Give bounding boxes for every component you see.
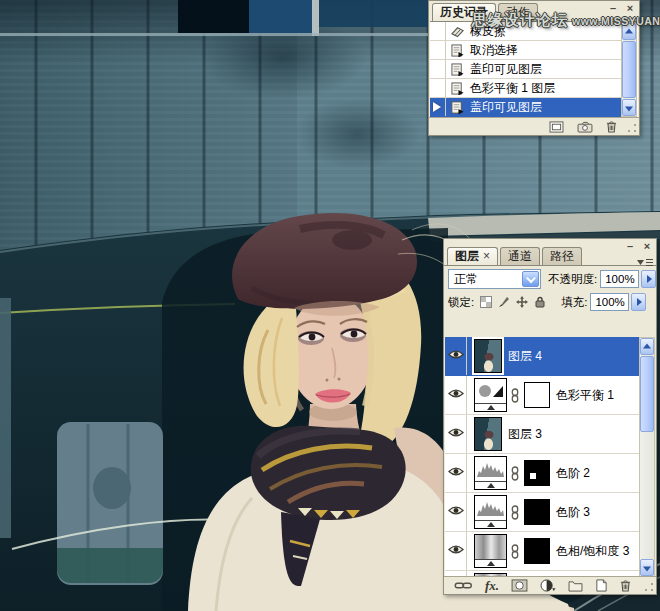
- eye-icon: [448, 544, 464, 558]
- lock-transparency-icon[interactable]: [479, 296, 493, 309]
- layer-style-icon[interactable]: fx.: [485, 581, 499, 591]
- scroll-up-icon[interactable]: [622, 23, 636, 40]
- link-layers-icon[interactable]: [454, 580, 473, 591]
- layer-row[interactable]: 色阶 2: [445, 454, 639, 493]
- history-scrollbar[interactable]: [621, 22, 637, 117]
- visibility-toggle[interactable]: [445, 337, 467, 375]
- history-item-label: 盖印可见图层: [470, 61, 542, 78]
- layer-name: 图层 4: [508, 348, 542, 365]
- visibility-toggle[interactable]: [445, 454, 467, 492]
- blend-mode-value: 正常: [454, 271, 478, 288]
- close-button[interactable]: ×: [624, 3, 636, 15]
- lock-buttons: [479, 296, 547, 309]
- tab-close-icon[interactable]: ×: [483, 249, 490, 263]
- visibility-toggle[interactable]: [445, 415, 467, 453]
- history-brush-well[interactable]: [430, 41, 446, 59]
- history-panel-header: 历史记录动作 – ×: [429, 1, 639, 21]
- blend-mode-select[interactable]: 正常: [448, 269, 541, 289]
- close-button[interactable]: ×: [641, 241, 653, 253]
- history-item[interactable]: 取消选择: [430, 41, 621, 60]
- lock-paint-icon[interactable]: [497, 296, 511, 309]
- layer-name: 色阶 3: [556, 504, 590, 521]
- panel-menu-icon[interactable]: [636, 254, 654, 266]
- scroll-down-icon[interactable]: [622, 99, 636, 116]
- layers-footer-icons: fx.: [454, 579, 631, 592]
- layers-list: 图层 4色彩平衡 1图层 3色阶 2色阶 3色相/饱和度 3色相/饱和度 4: [445, 337, 655, 577]
- fill-slider-icon[interactable]: [631, 293, 646, 311]
- history-brush-well[interactable]: [430, 98, 446, 116]
- chevron-down-icon[interactable]: [522, 271, 539, 287]
- layer-rows: 图层 4色彩平衡 1图层 3色阶 2色阶 3色相/饱和度 3色相/饱和度 4: [445, 337, 639, 577]
- photoshop-workspace: 历史记录动作 – × 橡皮擦取消选择盖印可见图层色彩平衡 1 图层盖印可见图层 …: [0, 0, 660, 611]
- history-item[interactable]: 橡皮擦: [430, 22, 621, 41]
- opacity-value: 100%: [605, 273, 634, 285]
- layer-name: 色彩平衡 1: [556, 387, 614, 404]
- tab-layers[interactable]: 图层×: [447, 247, 498, 265]
- layer-row[interactable]: 色阶 3: [445, 493, 639, 532]
- lock-position-icon[interactable]: [515, 296, 529, 309]
- layer-thumbnail[interactable]: [474, 417, 502, 451]
- new-group-icon[interactable]: [568, 580, 583, 592]
- history-brush-well[interactable]: [430, 22, 446, 40]
- eraser-icon: [446, 25, 468, 38]
- tab-history-label: 历史记录: [440, 5, 488, 19]
- levels-adjustment-thumbnail[interactable]: [474, 456, 507, 490]
- tab-channels[interactable]: 通道: [500, 247, 540, 265]
- history-item[interactable]: 色彩平衡 1 图层: [430, 79, 621, 98]
- layer-mask-thumbnail[interactable]: [524, 499, 550, 525]
- new-document-from-state-icon[interactable]: [549, 121, 564, 133]
- history-tabs: 历史记录动作: [432, 3, 538, 21]
- visibility-toggle[interactable]: [445, 376, 467, 414]
- history-item[interactable]: 盖印可见图层: [430, 60, 621, 79]
- history-brush-well[interactable]: [430, 60, 446, 78]
- visibility-toggle[interactable]: [445, 532, 467, 570]
- layer-mask-thumbnail[interactable]: [524, 460, 550, 486]
- new-snapshot-icon[interactable]: [577, 121, 593, 133]
- history-item-label: 盖印可见图层: [470, 99, 542, 116]
- color-balance-adjustment-thumbnail[interactable]: [474, 378, 507, 412]
- layer-thumbnail[interactable]: [474, 339, 502, 373]
- tab-history[interactable]: 历史记录: [432, 3, 496, 21]
- link-icon: [510, 388, 520, 403]
- lock-all-icon[interactable]: [533, 296, 547, 309]
- levels-adjustment-thumbnail[interactable]: [474, 495, 507, 529]
- tab-paths[interactable]: 路径: [542, 247, 582, 265]
- link-icon: [510, 505, 520, 520]
- add-layer-mask-icon[interactable]: [511, 579, 528, 592]
- history-state-icon: [446, 82, 468, 95]
- scroll-down-icon[interactable]: [640, 559, 654, 576]
- opacity-slider-icon[interactable]: [641, 270, 656, 288]
- tab-actions[interactable]: 动作: [498, 3, 538, 21]
- eye-icon: [448, 427, 464, 441]
- layer-row[interactable]: 图层 3: [445, 415, 639, 454]
- visibility-toggle[interactable]: [445, 493, 467, 531]
- eye-icon: [448, 349, 464, 363]
- layer-row[interactable]: 色彩平衡 1: [445, 376, 639, 415]
- layer-mask-thumbnail[interactable]: [524, 382, 550, 408]
- history-item[interactable]: 盖印可见图层: [430, 98, 621, 117]
- scroll-thumb[interactable]: [622, 41, 636, 98]
- new-adjustment-layer-icon[interactable]: [540, 579, 556, 592]
- resize-grip[interactable]: [627, 123, 638, 134]
- minimize-button[interactable]: –: [607, 3, 619, 15]
- layer-row[interactable]: 色相/饱和度 3: [445, 532, 639, 571]
- hue-saturation-adjustment-thumbnail[interactable]: [474, 534, 507, 568]
- fill-input[interactable]: 100%: [590, 293, 629, 311]
- layers-scrollbar[interactable]: [639, 337, 655, 577]
- layer-mask-thumbnail[interactable]: [524, 538, 550, 564]
- delete-state-icon[interactable]: [606, 120, 617, 133]
- lock-label: 锁定:: [448, 295, 474, 310]
- opacity-input[interactable]: 100%: [600, 270, 639, 288]
- new-layer-icon[interactable]: [595, 579, 608, 592]
- scroll-thumb[interactable]: [640, 356, 654, 432]
- layers-panel-header: 图层×通道路径 – ×: [444, 239, 656, 265]
- resize-grip[interactable]: [644, 582, 655, 593]
- delete-layer-icon[interactable]: [620, 579, 631, 592]
- current-state-pointer-icon[interactable]: [433, 102, 441, 112]
- opacity-label: 不透明度:: [548, 272, 597, 287]
- history-state-icon: [446, 101, 468, 114]
- scroll-up-icon[interactable]: [640, 338, 654, 355]
- minimize-button[interactable]: –: [624, 241, 636, 253]
- history-brush-well[interactable]: [430, 79, 446, 97]
- layer-row[interactable]: 图层 4: [445, 337, 639, 376]
